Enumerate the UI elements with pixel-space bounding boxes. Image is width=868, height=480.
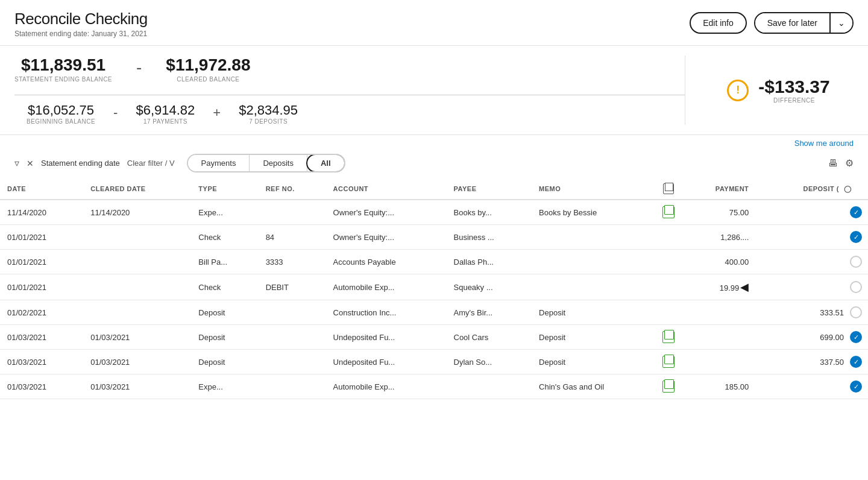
cell-account: Undeposited Fu...: [326, 350, 447, 374]
summary-section: $11,839.51 STATEMENT ENDING BALANCE - $1…: [0, 46, 868, 135]
operator-minus1: -: [136, 55, 142, 77]
cell-copy-icon: [655, 374, 682, 399]
col-copy-header: [655, 178, 682, 200]
cell-date: 01/03/2021: [0, 374, 83, 399]
cell-payment: 185.00: [682, 374, 756, 399]
cell-cleared-date: [83, 250, 191, 274]
deposit-amount: 337.50: [820, 358, 844, 367]
edit-info-button[interactable]: Edit info: [690, 12, 747, 34]
cell-copy-icon: [655, 300, 682, 325]
operator-plus: +: [213, 103, 221, 121]
check-circle-icon[interactable]: ✓: [850, 206, 862, 218]
cell-ref-no: [259, 325, 326, 350]
table-row[interactable]: 01/01/2021 Check DEBIT Automobile Exp...…: [0, 274, 868, 300]
summary-left: $11,839.51 STATEMENT ENDING BALANCE - $1…: [14, 55, 685, 125]
cell-payee: Books by...: [447, 200, 532, 225]
top-actions: Edit info Save for later ⌄: [690, 12, 854, 34]
payments-amount: $6,914.82: [136, 103, 195, 118]
empty-circle-icon[interactable]: [850, 281, 862, 293]
cell-cleared-date: 01/03/2021: [83, 350, 191, 374]
beginning-balance-block: $16,052.75 BEGINNING BALANCE: [27, 103, 95, 125]
cell-date: 01/03/2021: [0, 325, 83, 350]
save-for-later-button[interactable]: Save for later: [755, 13, 831, 33]
table-row[interactable]: 01/03/2021 01/03/2021 Expe... Automobile…: [0, 374, 868, 399]
cell-type: Deposit: [191, 350, 258, 374]
page-title: Reconcile Checking: [14, 10, 148, 28]
settings-icon[interactable]: ⚙: [845, 157, 854, 169]
table-row[interactable]: 11/14/2020 11/14/2020 Expe... Owner's Eq…: [0, 200, 868, 225]
filter-icon[interactable]: ▿: [14, 157, 19, 169]
deposits-label: 7 DEPOSITS: [239, 118, 298, 125]
cell-date: 01/02/2021: [0, 300, 83, 325]
toolbar: ▿ ✕ Statement ending date Clear filter /…: [0, 148, 868, 178]
cell-payment: 1,286....: [682, 225, 756, 250]
clear-filter-x-icon[interactable]: ✕: [27, 159, 34, 168]
col-payment: PAYMENT: [682, 178, 756, 200]
cell-memo: [532, 250, 655, 274]
check-circle-icon[interactable]: ✓: [850, 356, 862, 368]
deposit-amount: 699.00: [820, 333, 844, 342]
statement-ending-balance-label: STATEMENT ENDING BALANCE: [14, 76, 112, 83]
table-row[interactable]: 01/03/2021 01/03/2021 Deposit Undeposite…: [0, 350, 868, 374]
summary-divider: [14, 95, 685, 95]
summary-right: ! -$133.37 DIFFERENCE: [685, 55, 854, 125]
empty-circle-icon[interactable]: [850, 306, 862, 318]
cell-account: Undeposited Fu...: [326, 325, 447, 350]
cell-type: Bill Pa...: [191, 250, 258, 274]
warning-icon: !: [727, 80, 749, 101]
copy-icon[interactable]: [662, 356, 675, 368]
statement-ending-balance-amount: $11,839.51: [14, 55, 112, 75]
table-row[interactable]: 01/01/2021 Check 84 Owner's Equity:... B…: [0, 225, 868, 250]
copy-icon[interactable]: [662, 381, 675, 393]
cell-cleared-date: [83, 300, 191, 325]
cell-type: Check: [191, 225, 258, 250]
tab-group: Payments Deposits All: [187, 154, 345, 172]
table-row[interactable]: 01/03/2021 01/03/2021 Deposit Undeposite…: [0, 325, 868, 350]
cell-account: Accounts Payable: [326, 250, 447, 274]
cell-deposit: ✓: [756, 374, 868, 399]
copy-icon[interactable]: [662, 331, 675, 343]
copy-icon[interactable]: [662, 206, 675, 218]
transactions-table: DATE CLEARED DATE TYPE REF NO. ACCOUNT P…: [0, 178, 868, 399]
cell-copy-icon: [655, 200, 682, 225]
tab-deposits[interactable]: Deposits: [250, 155, 307, 171]
payments-block: $6,914.82 17 PAYMENTS: [136, 103, 195, 125]
cell-copy-icon: [655, 350, 682, 374]
table-row[interactable]: 01/01/2021 Bill Pa... 3333 Accounts Paya…: [0, 250, 868, 274]
cell-payment: 19.99◀: [682, 274, 756, 300]
cell-deposit: ✓: [756, 200, 868, 225]
cell-type: Deposit: [191, 300, 258, 325]
clear-filter-link[interactable]: Clear filter / V: [127, 159, 175, 168]
difference-amount: -$133.37: [758, 77, 829, 97]
col-ref-no: REF NO.: [259, 178, 326, 200]
cell-ref-no: [259, 374, 326, 399]
cell-ref-no: 84: [259, 225, 326, 250]
cell-copy-icon: [655, 325, 682, 350]
page-subtitle: Statement ending date: January 31, 2021: [14, 30, 148, 38]
cell-cleared-date: 11/14/2020: [83, 200, 191, 225]
tab-all[interactable]: All: [306, 154, 345, 172]
check-circle-icon[interactable]: ✓: [850, 331, 862, 343]
check-circle-icon[interactable]: ✓: [850, 231, 862, 243]
print-icon[interactable]: 🖶: [828, 158, 838, 169]
cell-date: 01/01/2021: [0, 250, 83, 274]
table-row[interactable]: 01/02/2021 Deposit Construction Inc... A…: [0, 300, 868, 325]
tab-payments[interactable]: Payments: [188, 155, 250, 171]
table-header-row: DATE CLEARED DATE TYPE REF NO. ACCOUNT P…: [0, 178, 868, 200]
col-type: TYPE: [191, 178, 258, 200]
cell-type: Expe...: [191, 374, 258, 399]
statement-ending-balance-block: $11,839.51 STATEMENT ENDING BALANCE: [14, 55, 112, 83]
cell-deposit: ✓: [756, 225, 868, 250]
cell-cleared-date: 01/03/2021: [83, 374, 191, 399]
cell-deposit: [756, 274, 868, 300]
cell-copy-icon: [655, 274, 682, 300]
show-me-around-link[interactable]: Show me around: [0, 135, 868, 148]
save-chevron-button[interactable]: ⌄: [831, 13, 852, 33]
check-circle-icon[interactable]: ✓: [850, 381, 862, 393]
empty-circle-icon[interactable]: [850, 256, 862, 268]
summary-row1: $11,839.51 STATEMENT ENDING BALANCE - $1…: [14, 55, 685, 90]
col-date: DATE: [0, 178, 83, 200]
cell-payment: [682, 325, 756, 350]
summary-row2: $16,052.75 BEGINNING BALANCE - $6,914.82…: [14, 100, 685, 125]
top-bar: Reconcile Checking Statement ending date…: [0, 0, 868, 46]
